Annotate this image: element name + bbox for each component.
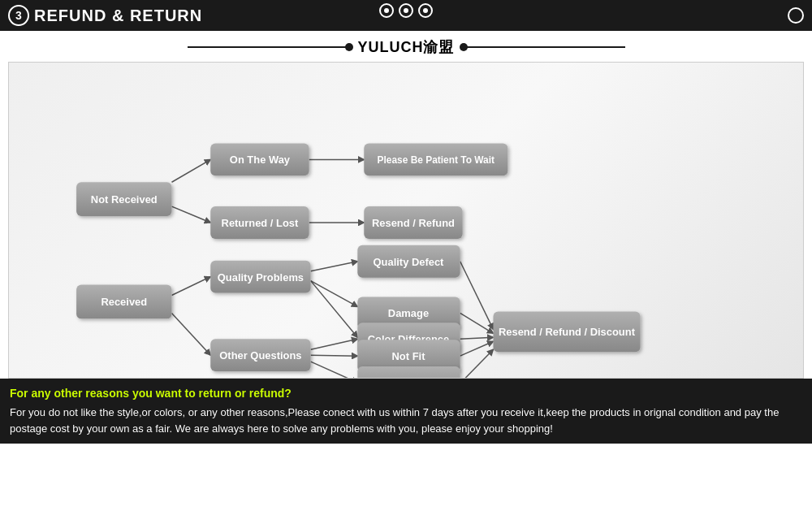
icon-circle-1 xyxy=(379,3,394,18)
header-right-icon xyxy=(788,7,804,24)
svg-line-14 xyxy=(460,337,494,339)
brand-line-right xyxy=(463,46,625,48)
svg-line-11 xyxy=(311,339,358,349)
svg-line-6 xyxy=(311,262,358,271)
svg-line-0 xyxy=(171,159,210,182)
page-title: REFUND & RETURN xyxy=(34,6,202,25)
please-be-patient-label: Please Be Patient To Wait xyxy=(378,154,495,166)
brand-bar: YULUCH渝盟 xyxy=(0,31,812,62)
icon-circle-2 xyxy=(399,3,413,18)
svg-line-7 xyxy=(311,281,358,307)
not-fit-label: Not Fit xyxy=(392,350,426,362)
svg-line-4 xyxy=(171,277,210,296)
svg-line-10 xyxy=(311,362,358,378)
wrong-delivery-box xyxy=(357,366,460,378)
bottom-section: For any other reasons you want to return… xyxy=(0,379,812,444)
returned-lost-label: Returned / Lost xyxy=(222,217,299,229)
brand-line-left xyxy=(188,46,350,48)
brand-name: YULUCH渝盟 xyxy=(358,37,455,57)
other-questions-label: Other Questions xyxy=(219,349,301,362)
svg-line-1 xyxy=(171,206,210,223)
diagram-svg: Not Received Received On The Way Returne… xyxy=(9,63,803,378)
bottom-text: For you do not like the style,or colors,… xyxy=(10,405,802,437)
icon-dot-3 xyxy=(423,8,428,13)
svg-line-8 xyxy=(311,281,358,338)
not-received-label: Not Received xyxy=(91,193,158,206)
bottom-question: For any other reasons you want to return… xyxy=(10,387,802,400)
diagram-container: Not Received Received On The Way Returne… xyxy=(8,62,804,379)
icon-circle-3 xyxy=(418,3,433,18)
damage-label: Damage xyxy=(388,307,429,319)
svg-line-5 xyxy=(171,313,210,355)
wrong-delivery-label: Wrong Delivery xyxy=(370,377,447,378)
header-icons xyxy=(379,3,433,18)
page-header: 3 REFUND & RETURN xyxy=(0,0,812,31)
svg-line-9 xyxy=(311,355,358,356)
section-number: 3 xyxy=(8,5,29,26)
on-the-way-label: On The Way xyxy=(230,154,291,166)
icon-dot-2 xyxy=(404,8,408,13)
quality-problems-label: Quality Problems xyxy=(218,271,304,284)
svg-line-12 xyxy=(460,262,494,330)
received-label: Received xyxy=(101,296,147,308)
quality-defect-label: Quality Defect xyxy=(374,256,445,268)
resend-refund-label: Resend / Refund xyxy=(372,217,455,229)
icon-dot-1 xyxy=(384,8,389,13)
svg-line-13 xyxy=(460,313,494,333)
resend-refund-discount-label: Resend / Refund / Discount xyxy=(499,326,636,338)
